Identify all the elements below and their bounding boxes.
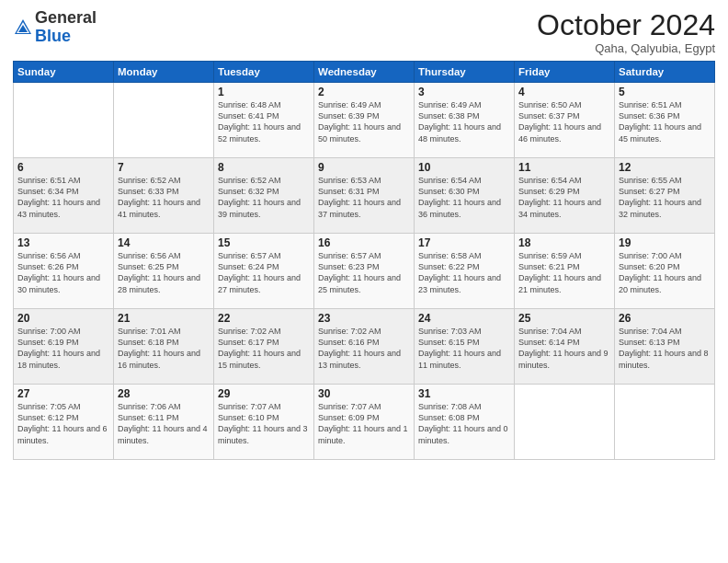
day-cell: 28Sunrise: 7:06 AM Sunset: 6:11 PM Dayli… bbox=[114, 385, 214, 460]
day-info: Sunrise: 6:59 AM Sunset: 6:21 PM Dayligh… bbox=[518, 250, 610, 295]
day-number: 28 bbox=[118, 387, 210, 400]
day-cell: 16Sunrise: 6:57 AM Sunset: 6:23 PM Dayli… bbox=[314, 234, 415, 309]
day-number: 17 bbox=[418, 236, 510, 249]
day-number: 14 bbox=[118, 236, 210, 249]
day-cell: 4Sunrise: 6:50 AM Sunset: 6:37 PM Daylig… bbox=[515, 83, 615, 158]
weekday-monday: Monday bbox=[114, 62, 214, 83]
day-number: 21 bbox=[118, 312, 210, 325]
day-cell bbox=[515, 385, 615, 460]
day-number: 22 bbox=[218, 312, 310, 325]
month-title: October 2024 bbox=[537, 9, 715, 41]
day-info: Sunrise: 7:00 AM Sunset: 6:19 PM Dayligh… bbox=[17, 326, 109, 371]
day-info: Sunrise: 7:03 AM Sunset: 6:15 PM Dayligh… bbox=[418, 326, 510, 371]
day-info: Sunrise: 6:57 AM Sunset: 6:24 PM Dayligh… bbox=[218, 250, 310, 295]
day-cell: 18Sunrise: 6:59 AM Sunset: 6:21 PM Dayli… bbox=[515, 234, 615, 309]
weekday-tuesday: Tuesday bbox=[214, 62, 314, 83]
page: General Blue October 2024 Qaha, Qalyubia… bbox=[0, 0, 728, 563]
weekday-wednesday: Wednesday bbox=[314, 62, 415, 83]
day-info: Sunrise: 6:49 AM Sunset: 6:38 PM Dayligh… bbox=[418, 99, 510, 144]
day-info: Sunrise: 7:07 AM Sunset: 6:09 PM Dayligh… bbox=[318, 401, 410, 446]
day-info: Sunrise: 6:52 AM Sunset: 6:32 PM Dayligh… bbox=[218, 175, 310, 220]
day-number: 23 bbox=[318, 312, 410, 325]
day-info: Sunrise: 7:01 AM Sunset: 6:18 PM Dayligh… bbox=[118, 326, 210, 371]
weekday-friday: Friday bbox=[515, 62, 615, 83]
day-cell: 14Sunrise: 6:56 AM Sunset: 6:25 PM Dayli… bbox=[114, 234, 214, 309]
day-number: 30 bbox=[318, 387, 410, 400]
day-number: 6 bbox=[17, 161, 109, 174]
calendar: SundayMondayTuesdayWednesdayThursdayFrid… bbox=[13, 61, 715, 460]
day-cell: 31Sunrise: 7:08 AM Sunset: 6:08 PM Dayli… bbox=[415, 385, 515, 460]
day-number: 31 bbox=[418, 387, 510, 400]
day-cell bbox=[14, 83, 114, 158]
day-number: 5 bbox=[619, 86, 711, 98]
day-cell: 8Sunrise: 6:52 AM Sunset: 6:32 PM Daylig… bbox=[214, 158, 314, 234]
logo: General Blue bbox=[13, 9, 97, 46]
day-number: 29 bbox=[218, 387, 310, 400]
day-info: Sunrise: 7:02 AM Sunset: 6:16 PM Dayligh… bbox=[318, 326, 410, 371]
day-number: 3 bbox=[418, 86, 510, 98]
day-number: 9 bbox=[318, 161, 410, 174]
day-number: 8 bbox=[218, 161, 310, 174]
day-cell: 5Sunrise: 6:51 AM Sunset: 6:36 PM Daylig… bbox=[615, 83, 715, 158]
day-number: 2 bbox=[318, 86, 410, 98]
day-info: Sunrise: 6:51 AM Sunset: 6:34 PM Dayligh… bbox=[17, 175, 109, 220]
header: General Blue October 2024 Qaha, Qalyubia… bbox=[13, 9, 715, 55]
day-info: Sunrise: 7:05 AM Sunset: 6:12 PM Dayligh… bbox=[17, 401, 109, 446]
day-cell: 6Sunrise: 6:51 AM Sunset: 6:34 PM Daylig… bbox=[14, 158, 114, 234]
day-number: 12 bbox=[619, 161, 711, 174]
title-block: October 2024 Qaha, Qalyubia, Egypt bbox=[537, 9, 715, 55]
day-cell: 24Sunrise: 7:03 AM Sunset: 6:15 PM Dayli… bbox=[415, 309, 515, 385]
day-info: Sunrise: 6:54 AM Sunset: 6:29 PM Dayligh… bbox=[518, 175, 610, 220]
day-number: 24 bbox=[418, 312, 510, 325]
day-cell: 26Sunrise: 7:04 AM Sunset: 6:13 PM Dayli… bbox=[615, 309, 715, 385]
day-info: Sunrise: 7:04 AM Sunset: 6:13 PM Dayligh… bbox=[619, 326, 711, 371]
day-cell: 1Sunrise: 6:48 AM Sunset: 6:41 PM Daylig… bbox=[214, 83, 314, 158]
day-cell: 9Sunrise: 6:53 AM Sunset: 6:31 PM Daylig… bbox=[314, 158, 415, 234]
day-number: 25 bbox=[518, 312, 610, 325]
day-number: 1 bbox=[218, 86, 310, 98]
day-number: 27 bbox=[17, 387, 109, 400]
day-info: Sunrise: 6:56 AM Sunset: 6:26 PM Dayligh… bbox=[17, 250, 109, 295]
day-cell: 30Sunrise: 7:07 AM Sunset: 6:09 PM Dayli… bbox=[314, 385, 415, 460]
weekday-thursday: Thursday bbox=[415, 62, 515, 83]
day-info: Sunrise: 7:06 AM Sunset: 6:11 PM Dayligh… bbox=[118, 401, 210, 446]
day-info: Sunrise: 6:50 AM Sunset: 6:37 PM Dayligh… bbox=[518, 99, 610, 144]
day-number: 26 bbox=[619, 312, 711, 325]
day-cell: 2Sunrise: 6:49 AM Sunset: 6:39 PM Daylig… bbox=[314, 83, 415, 158]
day-info: Sunrise: 6:55 AM Sunset: 6:27 PM Dayligh… bbox=[619, 175, 711, 220]
day-number: 19 bbox=[619, 236, 711, 249]
week-row-2: 6Sunrise: 6:51 AM Sunset: 6:34 PM Daylig… bbox=[14, 158, 715, 234]
day-number: 7 bbox=[118, 161, 210, 174]
day-info: Sunrise: 6:52 AM Sunset: 6:33 PM Dayligh… bbox=[118, 175, 210, 220]
logo-icon bbox=[13, 17, 33, 38]
day-info: Sunrise: 6:58 AM Sunset: 6:22 PM Dayligh… bbox=[418, 250, 510, 295]
day-info: Sunrise: 6:48 AM Sunset: 6:41 PM Dayligh… bbox=[218, 99, 310, 144]
day-number: 18 bbox=[518, 236, 610, 249]
day-info: Sunrise: 7:08 AM Sunset: 6:08 PM Dayligh… bbox=[418, 401, 510, 446]
location: Qaha, Qalyubia, Egypt bbox=[537, 41, 715, 55]
week-row-4: 20Sunrise: 7:00 AM Sunset: 6:19 PM Dayli… bbox=[14, 309, 715, 385]
day-number: 4 bbox=[518, 86, 610, 98]
week-row-5: 27Sunrise: 7:05 AM Sunset: 6:12 PM Dayli… bbox=[14, 385, 715, 460]
day-cell: 11Sunrise: 6:54 AM Sunset: 6:29 PM Dayli… bbox=[515, 158, 615, 234]
day-number: 11 bbox=[518, 161, 610, 174]
day-cell bbox=[615, 385, 715, 460]
day-cell: 13Sunrise: 6:56 AM Sunset: 6:26 PM Dayli… bbox=[14, 234, 114, 309]
day-number: 10 bbox=[418, 161, 510, 174]
logo-general: General bbox=[35, 8, 97, 27]
day-info: Sunrise: 6:51 AM Sunset: 6:36 PM Dayligh… bbox=[619, 99, 711, 144]
day-info: Sunrise: 6:53 AM Sunset: 6:31 PM Dayligh… bbox=[318, 175, 410, 220]
day-info: Sunrise: 6:54 AM Sunset: 6:30 PM Dayligh… bbox=[418, 175, 510, 220]
day-info: Sunrise: 7:07 AM Sunset: 6:10 PM Dayligh… bbox=[218, 401, 310, 446]
day-cell: 10Sunrise: 6:54 AM Sunset: 6:30 PM Dayli… bbox=[415, 158, 515, 234]
day-cell: 21Sunrise: 7:01 AM Sunset: 6:18 PM Dayli… bbox=[114, 309, 214, 385]
day-cell: 12Sunrise: 6:55 AM Sunset: 6:27 PM Dayli… bbox=[615, 158, 715, 234]
weekday-sunday: Sunday bbox=[14, 62, 114, 83]
day-info: Sunrise: 6:49 AM Sunset: 6:39 PM Dayligh… bbox=[318, 99, 410, 144]
weekday-header-row: SundayMondayTuesdayWednesdayThursdayFrid… bbox=[14, 62, 715, 83]
day-info: Sunrise: 7:02 AM Sunset: 6:17 PM Dayligh… bbox=[218, 326, 310, 371]
day-cell: 3Sunrise: 6:49 AM Sunset: 6:38 PM Daylig… bbox=[415, 83, 515, 158]
day-number: 15 bbox=[218, 236, 310, 249]
logo-blue: Blue bbox=[35, 27, 71, 45]
day-info: Sunrise: 6:56 AM Sunset: 6:25 PM Dayligh… bbox=[118, 250, 210, 295]
